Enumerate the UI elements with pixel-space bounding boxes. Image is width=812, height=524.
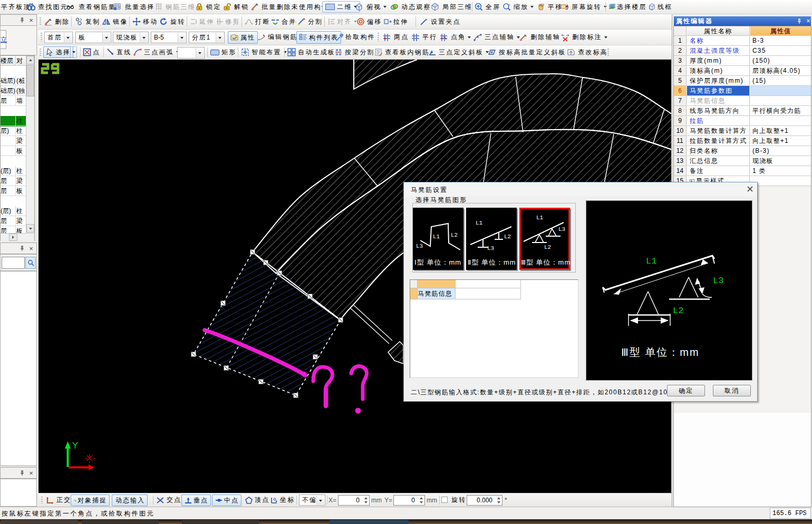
svg-text:L1: L1 <box>433 234 440 240</box>
svg-text:L1: L1 <box>536 215 544 221</box>
svg-text:L2: L2 <box>451 232 458 238</box>
svg-text:Ⅲ型 单位：mm: Ⅲ型 单位：mm <box>621 346 700 358</box>
svg-text:L3: L3 <box>416 243 423 249</box>
svg-text:L1: L1 <box>646 256 656 266</box>
svg-text:L3: L3 <box>713 276 723 286</box>
svg-text:L3: L3 <box>558 226 565 232</box>
svg-text:L3: L3 <box>487 245 494 251</box>
svg-text:L2: L2 <box>544 244 551 250</box>
svg-text:L2: L2 <box>673 306 683 316</box>
svg-text:L2: L2 <box>504 234 511 240</box>
svg-text:L1: L1 <box>476 220 483 226</box>
